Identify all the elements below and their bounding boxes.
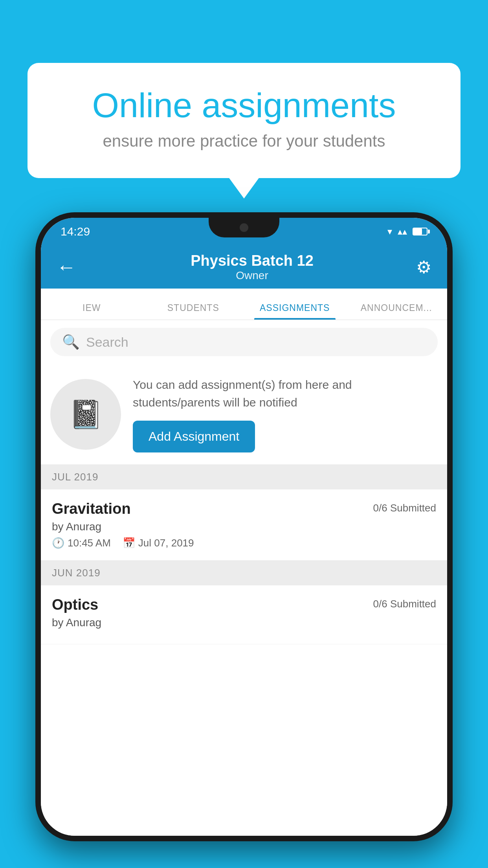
phone-notch: [209, 218, 279, 237]
signal-icon: ▴▴: [398, 226, 407, 237]
tabs-bar: IEW STUDENTS ASSIGNMENTS ANNOUNCEM...: [41, 289, 447, 320]
assignment-submitted-optics: 0/6 Submitted: [373, 598, 436, 610]
search-bar-container: 🔍 Search: [41, 320, 447, 364]
meta-time: 🕐 10:45 AM: [52, 537, 111, 549]
assignment-date: Jul 07, 2019: [138, 537, 194, 549]
app-bar-title-area: Physics Batch 12 Owner: [88, 252, 416, 282]
status-time: 14:29: [61, 225, 90, 238]
assignment-item-header-optics: Optics 0/6 Submitted: [52, 596, 436, 613]
month-header-jun: JUN 2019: [41, 561, 447, 585]
assignment-submitted: 0/6 Submitted: [373, 502, 436, 514]
phone-screen: 14:29 ▾ ▴▴ ← Physics Batch 12 Owner ⚙: [41, 218, 447, 836]
phone-device: 14:29 ▾ ▴▴ ← Physics Batch 12 Owner ⚙: [35, 212, 453, 868]
battery-icon: [413, 228, 427, 235]
calendar-icon: 📅: [123, 537, 135, 549]
status-icons: ▾ ▴▴: [387, 226, 427, 237]
assignment-card-right: You can add assignment(s) from here and …: [133, 376, 438, 452]
assignment-meta: 🕐 10:45 AM 📅 Jul 07, 2019: [52, 537, 436, 549]
assignment-item-header: Gravitation 0/6 Submitted: [52, 500, 436, 517]
notebook-icon: 📓: [69, 398, 103, 430]
app-bar-subtitle: Owner: [88, 269, 416, 282]
tab-iew[interactable]: IEW: [41, 303, 143, 320]
assignment-item-optics[interactable]: Optics 0/6 Submitted by Anurag: [41, 585, 447, 644]
assignment-by: by Anurag: [52, 520, 436, 533]
meta-date: 📅 Jul 07, 2019: [123, 537, 194, 549]
app-bar: ← Physics Batch 12 Owner ⚙: [41, 245, 447, 289]
search-icon: 🔍: [62, 334, 80, 350]
back-button[interactable]: ←: [57, 256, 76, 278]
add-assignment-button[interactable]: Add Assignment: [133, 421, 255, 452]
month-header-jul: JUL 2019: [41, 465, 447, 489]
speech-bubble: Online assignments ensure more practice …: [28, 63, 460, 178]
assignment-by-optics: by Anurag: [52, 616, 436, 629]
tab-assignments[interactable]: ASSIGNMENTS: [244, 303, 346, 320]
speech-bubble-container: Online assignments ensure more practice …: [28, 63, 460, 178]
phone-outer-shell: 14:29 ▾ ▴▴ ← Physics Batch 12 Owner ⚙: [35, 212, 453, 841]
search-placeholder: Search: [86, 335, 128, 350]
app-bar-title: Physics Batch 12: [88, 252, 416, 269]
search-bar[interactable]: 🔍 Search: [50, 328, 438, 356]
assignment-icon-circle: 📓: [50, 379, 121, 450]
assignment-item-gravitation[interactable]: Gravitation 0/6 Submitted by Anurag 🕐 10…: [41, 489, 447, 561]
speech-bubble-subtitle: ensure more practice for your students: [59, 132, 429, 151]
clock-icon: 🕐: [52, 537, 64, 549]
add-assignment-card: 📓 You can add assignment(s) from here an…: [41, 364, 447, 465]
wifi-icon: ▾: [387, 226, 392, 237]
tab-students[interactable]: STUDENTS: [143, 303, 244, 320]
assignment-time: 10:45 AM: [68, 537, 111, 549]
speech-bubble-title: Online assignments: [59, 86, 429, 125]
status-bar: 14:29 ▾ ▴▴: [41, 218, 447, 245]
front-camera: [240, 223, 248, 232]
tab-announcements[interactable]: ANNOUNCEM...: [346, 303, 448, 320]
settings-icon[interactable]: ⚙: [416, 257, 431, 277]
assignment-name: Gravitation: [52, 500, 131, 517]
content-area: 🔍 Search 📓 You can add assignment(s) fro…: [41, 320, 447, 836]
assignment-card-text: You can add assignment(s) from here and …: [133, 376, 438, 411]
assignment-name-optics: Optics: [52, 596, 98, 613]
